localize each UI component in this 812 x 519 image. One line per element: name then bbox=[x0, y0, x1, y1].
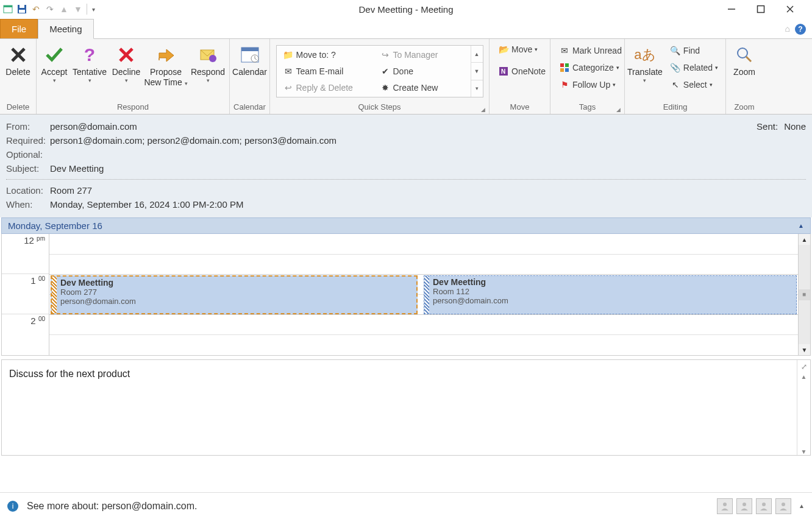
onenote-button[interactable]: NOneNote bbox=[494, 65, 549, 78]
svg-rect-6 bbox=[758, 6, 764, 13]
check-small-icon: ✔ bbox=[380, 66, 391, 77]
calendar-scrollbar[interactable]: ▲ ≡ ▼ bbox=[798, 234, 810, 355]
body-side-controls: ⤢ ▲ ▼ bbox=[797, 360, 810, 455]
event-current[interactable]: Dev Meetting Room 277 person@domain.com bbox=[51, 275, 418, 314]
svg-rect-22 bbox=[560, 63, 564, 67]
tags-launcher[interactable]: ◢ bbox=[616, 107, 621, 113]
follow-up-button[interactable]: ⚑Follow Up ▾ bbox=[555, 78, 625, 91]
info-icon[interactable]: i bbox=[7, 501, 18, 512]
calendar-button[interactable]: Calendar bbox=[232, 41, 267, 80]
qat-more-icon[interactable]: ▾ bbox=[87, 4, 98, 15]
group-label-zoom: Zoom bbox=[728, 101, 760, 114]
collapse-icon[interactable]: ▲ bbox=[798, 222, 804, 229]
location-label: Location: bbox=[6, 185, 50, 196]
categorize-button[interactable]: Categorize ▾ bbox=[555, 61, 625, 74]
presence-icon[interactable] bbox=[756, 498, 772, 514]
select-button[interactable]: ↖Select ▾ bbox=[666, 78, 722, 91]
delete-button[interactable]: Delete bbox=[2, 41, 34, 80]
window-title: Dev Meetting - Meeting bbox=[0, 4, 812, 15]
qs-create-new[interactable]: ✸Create New bbox=[376, 81, 468, 94]
presence-icon[interactable] bbox=[736, 498, 752, 514]
svg-point-14 bbox=[209, 55, 216, 62]
body-scroll-down-icon[interactable]: ▼ bbox=[801, 448, 807, 455]
body-scroll-up-icon[interactable]: ▲ bbox=[801, 373, 807, 380]
prev-icon[interactable]: ▲ bbox=[59, 4, 69, 15]
qs-down[interactable]: ▼ bbox=[471, 63, 483, 80]
when-value: Monday, September 16, 2024 1:00 PM-2:00 … bbox=[50, 199, 243, 210]
quick-steps-gallery: 📁Move to: ? ✉Team E-mail ↩Reply & Delete… bbox=[276, 45, 483, 97]
expand-icon[interactable]: ⤢ bbox=[801, 362, 807, 371]
scroll-down-icon[interactable]: ▼ bbox=[799, 344, 810, 355]
tab-meeting[interactable]: Meeting bbox=[38, 19, 93, 39]
status-bar: i See more about: person@domain.com. ▲ bbox=[0, 492, 812, 519]
svg-point-29 bbox=[743, 503, 746, 506]
svg-point-28 bbox=[723, 503, 727, 506]
svg-line-27 bbox=[746, 57, 751, 62]
related-button[interactable]: 📎Related ▾ bbox=[666, 61, 722, 74]
event-other[interactable]: Dev Meetting Room 112 person@domain.com bbox=[424, 275, 797, 314]
time-12pm: 12 pm bbox=[2, 234, 49, 274]
close-button[interactable] bbox=[783, 2, 797, 16]
time-1: 1 00 bbox=[2, 274, 49, 314]
qs-more[interactable]: ▾ bbox=[471, 80, 483, 97]
tentative-button[interactable]: ? Tentative▾ bbox=[71, 41, 109, 86]
status-text: See more about: person@domain.com. bbox=[27, 501, 198, 512]
qs-move-to[interactable]: 📁Move to: ? bbox=[279, 48, 371, 62]
ribbon: Delete Delete Accept▾ ? Tentative▾ Decli… bbox=[0, 39, 812, 115]
svg-rect-16 bbox=[241, 48, 258, 51]
svg-point-31 bbox=[782, 503, 785, 506]
quick-access-toolbar: ↶ ↷ ▲ ▼ ▾ bbox=[0, 4, 98, 15]
reply-icon: ↩ bbox=[283, 82, 294, 93]
svg-rect-1 bbox=[4, 5, 12, 7]
calendar-large-icon bbox=[239, 44, 261, 66]
meeting-body: Discuss for the next product ⤢ ▲ ▼ bbox=[1, 359, 811, 456]
subject-value: Dev Meetting bbox=[50, 163, 104, 174]
view-toggle-icon[interactable]: ≡ bbox=[799, 289, 810, 300]
svg-rect-24 bbox=[560, 68, 564, 72]
help-icon[interactable]: ? bbox=[795, 24, 806, 35]
accept-button[interactable]: Accept▾ bbox=[39, 41, 69, 86]
qs-team-email[interactable]: ✉Team E-mail bbox=[279, 65, 371, 78]
sync-icon[interactable]: ⌂ bbox=[785, 24, 790, 35]
tab-file[interactable]: File bbox=[0, 19, 38, 38]
presence-icon[interactable] bbox=[717, 498, 733, 514]
next-icon[interactable]: ▼ bbox=[73, 4, 84, 15]
undo-icon[interactable]: ↶ bbox=[30, 4, 41, 15]
presence-icon[interactable] bbox=[775, 498, 791, 514]
body-text[interactable]: Discuss for the next product bbox=[2, 360, 797, 455]
propose-new-time-button[interactable]: ProposeNew Time ▾ bbox=[144, 41, 188, 90]
minimize-button[interactable] bbox=[724, 2, 739, 16]
maximize-button[interactable] bbox=[753, 2, 768, 16]
new-icon: ✸ bbox=[380, 82, 391, 93]
calendar-icon[interactable] bbox=[2, 4, 13, 15]
presence-expand-icon[interactable]: ▲ bbox=[799, 503, 805, 509]
group-label-editing: Editing bbox=[627, 101, 723, 114]
move-button[interactable]: 📂Move ▾ bbox=[494, 43, 549, 56]
calendar-grid[interactable]: Dev Meetting Room 277 person@domain.com … bbox=[49, 234, 798, 355]
qs-to-manager[interactable]: ↪To Manager bbox=[376, 48, 468, 62]
qs-up[interactable]: ▲ bbox=[471, 46, 483, 63]
save-icon[interactable] bbox=[16, 4, 27, 15]
qs-done[interactable]: ✔Done bbox=[376, 65, 468, 78]
redo-icon[interactable]: ↷ bbox=[45, 4, 55, 15]
title-bar: ↶ ↷ ▲ ▼ ▾ Dev Meetting - Meeting bbox=[0, 0, 812, 18]
group-label-move: Move bbox=[492, 101, 547, 114]
qs-reply-delete[interactable]: ↩Reply & Delete bbox=[279, 81, 371, 94]
svg-rect-3 bbox=[20, 5, 24, 8]
scroll-up-icon[interactable]: ▲ bbox=[799, 234, 810, 245]
check-icon bbox=[43, 44, 65, 66]
svg-rect-25 bbox=[565, 68, 569, 72]
decline-button[interactable]: Decline▾ bbox=[110, 41, 143, 86]
move-icon: 📂 bbox=[498, 44, 509, 55]
group-label-calendar: Calendar bbox=[232, 101, 267, 114]
mark-unread-button[interactable]: ✉Mark Unread bbox=[555, 44, 625, 57]
zoom-icon bbox=[733, 44, 755, 66]
group-label-quicksteps: Quick Steps◢ bbox=[272, 101, 486, 114]
translate-button[interactable]: aあ Translate▾ bbox=[627, 41, 663, 86]
qs-launcher[interactable]: ◢ bbox=[481, 107, 485, 113]
onenote-icon: N bbox=[498, 66, 509, 77]
respond-button[interactable]: Respond▾ bbox=[189, 41, 227, 86]
find-button[interactable]: 🔍Find bbox=[666, 44, 722, 57]
svg-rect-4 bbox=[19, 10, 25, 13]
zoom-button[interactable]: Zoom bbox=[728, 41, 760, 80]
